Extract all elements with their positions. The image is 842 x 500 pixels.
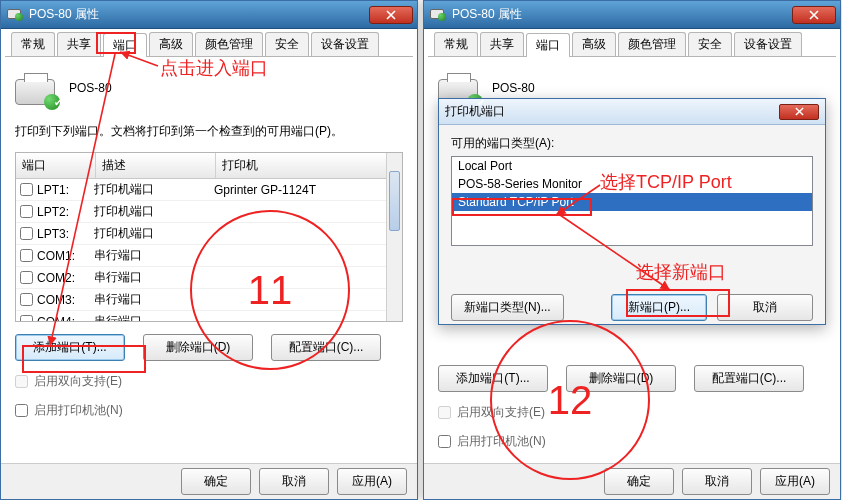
col-port[interactable]: 端口 xyxy=(16,153,96,178)
port-button-row: 添加端口(T)... 删除端口(D) 配置端口(C)... xyxy=(15,334,403,361)
tab-color[interactable]: 颜色管理 xyxy=(195,32,263,56)
port-checkbox[interactable] xyxy=(20,205,33,218)
apply-button[interactable]: 应用(A) xyxy=(760,468,830,495)
window-title: POS-80 属性 xyxy=(29,6,369,23)
titlebar[interactable]: POS-80 属性 xyxy=(424,1,840,29)
scrollbar-thumb[interactable] xyxy=(389,171,400,231)
printer-name: POS-80 xyxy=(69,81,112,95)
tab-advanced[interactable]: 高级 xyxy=(149,32,193,56)
tabs: 常规 共享 端口 高级 颜色管理 安全 设备设置 xyxy=(5,33,413,57)
table-row[interactable]: LPT2:打印机端口 xyxy=(16,201,402,223)
tab-sharing[interactable]: 共享 xyxy=(57,32,101,56)
col-printer[interactable]: 打印机 xyxy=(216,153,402,178)
dialog-body: 可用的端口类型(A): Local Port POS-58-Series Mon… xyxy=(439,125,825,331)
tab-devset[interactable]: 设备设置 xyxy=(734,32,802,56)
dialog-close-button[interactable] xyxy=(779,104,819,120)
close-icon xyxy=(795,107,804,116)
printer-name: POS-80 xyxy=(492,81,535,95)
port-checkbox[interactable] xyxy=(20,315,33,322)
ok-button[interactable]: 确定 xyxy=(181,468,251,495)
add-port-button[interactable]: 添加端口(T)... xyxy=(15,334,125,361)
scrollbar[interactable] xyxy=(386,153,402,321)
properties-window-right: POS-80 属性 常规 共享 端口 高级 颜色管理 安全 设备设置 ✔ POS… xyxy=(423,0,841,500)
col-desc[interactable]: 描述 xyxy=(96,153,216,178)
port-button-row: 添加端口(T)... 删除端口(D) 配置端口(C)... xyxy=(438,365,826,392)
bidi-check[interactable]: 启用双向支持(E) xyxy=(15,373,403,390)
list-item[interactable]: POS-58-Series Monitor xyxy=(452,175,812,193)
port-checkbox[interactable] xyxy=(20,293,33,306)
apply-button[interactable]: 应用(A) xyxy=(337,468,407,495)
window-title: POS-80 属性 xyxy=(452,6,792,23)
delete-port-button[interactable]: 删除端口(D) xyxy=(143,334,253,361)
printer-large-icon: ✔ xyxy=(15,71,59,105)
port-checkbox[interactable] xyxy=(20,183,33,196)
add-port-button[interactable]: 添加端口(T)... xyxy=(438,365,548,392)
port-type-list[interactable]: Local Port POS-58-Series Monitor Standar… xyxy=(451,156,813,246)
new-port-type-button[interactable]: 新端口类型(N)... xyxy=(451,294,564,321)
tab-ports[interactable]: 端口 xyxy=(526,33,570,57)
dialog-button-row: 新端口类型(N)... 新端口(P)... 取消 xyxy=(451,294,813,321)
tabs: 常规 共享 端口 高级 颜色管理 安全 设备设置 xyxy=(428,33,836,57)
table-row[interactable]: LPT1:打印机端口Gprinter GP-1124T xyxy=(16,179,402,201)
printer-icon xyxy=(7,7,23,23)
port-rows: LPT1:打印机端口Gprinter GP-1124T LPT2:打印机端口 L… xyxy=(16,179,402,322)
bidi-check[interactable]: 启用双向支持(E) xyxy=(438,404,826,421)
list-item[interactable]: Local Port xyxy=(452,157,812,175)
ok-button[interactable]: 确定 xyxy=(604,468,674,495)
port-instruction: 打印到下列端口。文档将打印到第一个检查到的可用端口(P)。 xyxy=(15,123,403,140)
tab-general[interactable]: 常规 xyxy=(434,32,478,56)
printer-ports-dialog: 打印机端口 可用的端口类型(A): Local Port POS-58-Seri… xyxy=(438,98,826,325)
tab-advanced[interactable]: 高级 xyxy=(572,32,616,56)
port-checkbox[interactable] xyxy=(20,271,33,284)
close-button[interactable] xyxy=(792,6,836,24)
port-table: 端口 描述 打印机 LPT1:打印机端口Gprinter GP-1124T LP… xyxy=(15,152,403,322)
tab-sharing[interactable]: 共享 xyxy=(480,32,524,56)
table-row[interactable]: LPT3:打印机端口 xyxy=(16,223,402,245)
bottom-bar: 确定 取消 应用(A) xyxy=(1,463,417,499)
pool-check[interactable]: 启用打印机池(N) xyxy=(438,433,826,450)
pool-checkbox[interactable] xyxy=(438,435,451,448)
new-port-button[interactable]: 新端口(P)... xyxy=(611,294,707,321)
titlebar[interactable]: POS-80 属性 xyxy=(1,1,417,29)
dialog-cancel-button[interactable]: 取消 xyxy=(717,294,813,321)
available-types-label: 可用的端口类型(A): xyxy=(451,135,813,152)
cancel-button[interactable]: 取消 xyxy=(682,468,752,495)
close-icon xyxy=(809,10,819,20)
pool-checkbox[interactable] xyxy=(15,404,28,417)
table-row[interactable]: COM3:串行端口 xyxy=(16,289,402,311)
configure-port-button[interactable]: 配置端口(C)... xyxy=(694,365,804,392)
table-row[interactable]: COM1:串行端口 xyxy=(16,245,402,267)
port-table-header: 端口 描述 打印机 xyxy=(16,153,402,179)
cancel-button[interactable]: 取消 xyxy=(259,468,329,495)
tab-ports[interactable]: 端口 xyxy=(103,33,147,57)
tab-color[interactable]: 颜色管理 xyxy=(618,32,686,56)
table-row[interactable]: COM2:串行端口 xyxy=(16,267,402,289)
tab-general[interactable]: 常规 xyxy=(11,32,55,56)
table-row[interactable]: COM4:串行端口 xyxy=(16,311,402,322)
close-icon xyxy=(386,10,396,20)
bottom-bar: 确定 取消 应用(A) xyxy=(424,463,840,499)
properties-window-left: POS-80 属性 常规 共享 端口 高级 颜色管理 安全 设备设置 ✔ POS… xyxy=(0,0,418,500)
bidi-checkbox xyxy=(438,406,451,419)
delete-port-button[interactable]: 删除端口(D) xyxy=(566,365,676,392)
configure-port-button[interactable]: 配置端口(C)... xyxy=(271,334,381,361)
tab-security[interactable]: 安全 xyxy=(688,32,732,56)
close-button[interactable] xyxy=(369,6,413,24)
port-checkbox[interactable] xyxy=(20,227,33,240)
pool-check[interactable]: 启用打印机池(N) xyxy=(15,402,403,419)
dialog-title: 打印机端口 xyxy=(445,103,505,120)
printer-icon xyxy=(430,7,446,23)
printer-header: ✔ POS-80 xyxy=(15,71,403,105)
bidi-checkbox xyxy=(15,375,28,388)
tab-devset[interactable]: 设备设置 xyxy=(311,32,379,56)
port-checkbox[interactable] xyxy=(20,249,33,262)
tab-client: ✔ POS-80 打印到下列端口。文档将打印到第一个检查到的可用端口(P)。 端… xyxy=(1,57,417,429)
tab-security[interactable]: 安全 xyxy=(265,32,309,56)
list-item-selected[interactable]: Standard TCP/IP Port xyxy=(452,193,812,211)
dialog-titlebar[interactable]: 打印机端口 xyxy=(439,99,825,125)
